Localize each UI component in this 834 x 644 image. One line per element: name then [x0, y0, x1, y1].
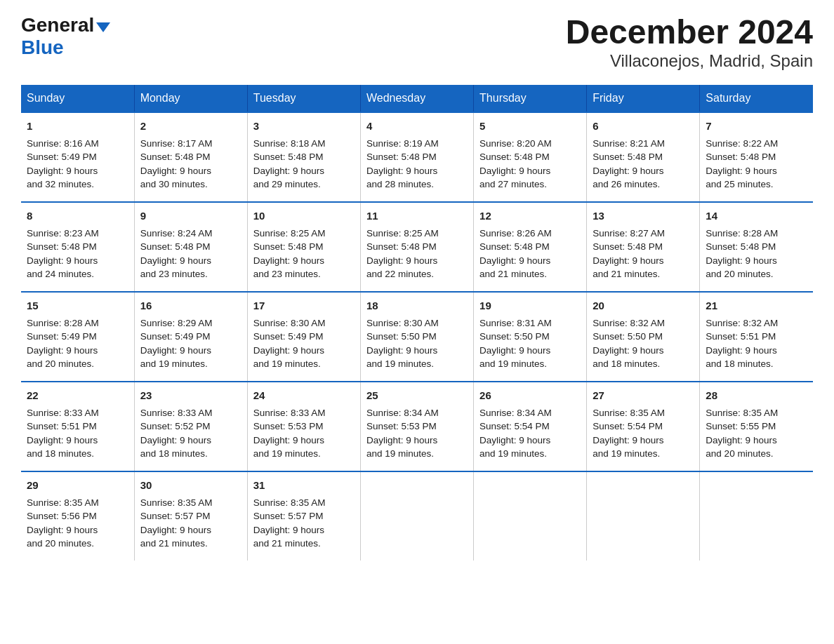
day-number: 21 — [706, 298, 807, 314]
calendar-cell: 9Sunrise: 8:24 AMSunset: 5:48 PMDaylight… — [134, 202, 247, 292]
header-saturday: Saturday — [700, 85, 813, 112]
calendar-cell: 30Sunrise: 8:35 AMSunset: 5:57 PMDayligh… — [134, 471, 247, 561]
calendar-cell: 27Sunrise: 8:35 AMSunset: 5:54 PMDayligh… — [587, 382, 700, 471]
calendar-cell: 24Sunrise: 8:33 AMSunset: 5:53 PMDayligh… — [247, 382, 360, 471]
header-friday: Friday — [587, 85, 700, 112]
calendar-cell: 12Sunrise: 8:26 AMSunset: 5:48 PMDayligh… — [474, 202, 587, 292]
day-number: 20 — [593, 298, 694, 314]
calendar-table: SundayMondayTuesdayWednesdayThursdayFrid… — [21, 85, 813, 561]
calendar-cell — [587, 471, 700, 561]
calendar-cell: 26Sunrise: 8:34 AMSunset: 5:54 PMDayligh… — [474, 382, 587, 471]
day-number: 9 — [140, 208, 241, 224]
calendar-cell: 8Sunrise: 8:23 AMSunset: 5:48 PMDaylight… — [21, 202, 134, 292]
day-number: 27 — [593, 388, 694, 403]
calendar-cell: 16Sunrise: 8:29 AMSunset: 5:49 PMDayligh… — [134, 292, 247, 382]
day-number: 17 — [253, 298, 355, 314]
calendar-cell: 29Sunrise: 8:35 AMSunset: 5:56 PMDayligh… — [21, 471, 134, 561]
day-number: 11 — [366, 208, 468, 224]
day-number: 19 — [479, 298, 581, 314]
calendar-cell: 25Sunrise: 8:34 AMSunset: 5:53 PMDayligh… — [360, 382, 473, 471]
header-monday: Monday — [134, 85, 247, 112]
calendar-week-1: 1Sunrise: 8:16 AMSunset: 5:49 PMDaylight… — [21, 112, 813, 202]
calendar-cell: 2Sunrise: 8:17 AMSunset: 5:48 PMDaylight… — [134, 112, 247, 202]
day-number: 4 — [366, 119, 468, 134]
calendar-subtitle: Villaconejos, Madrid, Spain — [566, 51, 813, 71]
calendar-cell: 10Sunrise: 8:25 AMSunset: 5:48 PMDayligh… — [247, 202, 360, 292]
day-number: 15 — [27, 298, 128, 314]
calendar-cell: 3Sunrise: 8:18 AMSunset: 5:48 PMDaylight… — [247, 112, 360, 202]
logo-arrow-icon — [96, 22, 110, 32]
day-number: 13 — [593, 208, 694, 224]
calendar-cell — [360, 471, 473, 561]
calendar-cell: 14Sunrise: 8:28 AMSunset: 5:48 PMDayligh… — [700, 202, 813, 292]
calendar-cell: 20Sunrise: 8:32 AMSunset: 5:50 PMDayligh… — [587, 292, 700, 382]
day-number: 22 — [27, 388, 128, 403]
calendar-cell — [474, 471, 587, 561]
header-sunday: Sunday — [21, 85, 134, 112]
calendar-cell: 15Sunrise: 8:28 AMSunset: 5:49 PMDayligh… — [21, 292, 134, 382]
day-number: 2 — [140, 119, 241, 134]
day-number: 24 — [253, 388, 355, 403]
day-number: 3 — [253, 119, 355, 134]
day-number: 5 — [479, 119, 581, 134]
header-wednesday: Wednesday — [360, 85, 473, 112]
day-number: 23 — [140, 388, 241, 403]
logo-blue-text: Blue — [21, 36, 110, 59]
day-number: 7 — [706, 119, 807, 134]
calendar-cell: 1Sunrise: 8:16 AMSunset: 5:49 PMDaylight… — [21, 112, 134, 202]
day-number: 16 — [140, 298, 241, 314]
day-number: 1 — [27, 119, 128, 134]
calendar-cell: 4Sunrise: 8:19 AMSunset: 5:48 PMDaylight… — [360, 112, 473, 202]
calendar-week-5: 29Sunrise: 8:35 AMSunset: 5:56 PMDayligh… — [21, 471, 813, 561]
calendar-cell: 5Sunrise: 8:20 AMSunset: 5:48 PMDaylight… — [474, 112, 587, 202]
day-number: 8 — [27, 208, 128, 224]
day-number: 6 — [593, 119, 694, 134]
header-tuesday: Tuesday — [247, 85, 360, 112]
calendar-cell: 22Sunrise: 8:33 AMSunset: 5:51 PMDayligh… — [21, 382, 134, 471]
calendar-cell: 17Sunrise: 8:30 AMSunset: 5:49 PMDayligh… — [247, 292, 360, 382]
calendar-title-block: December 2024 Villaconejos, Madrid, Spai… — [566, 14, 813, 71]
day-number: 12 — [479, 208, 581, 224]
header-thursday: Thursday — [474, 85, 587, 112]
calendar-cell: 13Sunrise: 8:27 AMSunset: 5:48 PMDayligh… — [587, 202, 700, 292]
calendar-cell: 7Sunrise: 8:22 AMSunset: 5:48 PMDaylight… — [700, 112, 813, 202]
logo: General Blue — [21, 14, 110, 59]
calendar-cell: 23Sunrise: 8:33 AMSunset: 5:52 PMDayligh… — [134, 382, 247, 471]
day-number: 18 — [366, 298, 468, 314]
day-number: 31 — [253, 478, 355, 493]
calendar-cell: 21Sunrise: 8:32 AMSunset: 5:51 PMDayligh… — [700, 292, 813, 382]
day-number: 26 — [479, 388, 581, 403]
calendar-week-2: 8Sunrise: 8:23 AMSunset: 5:48 PMDaylight… — [21, 202, 813, 292]
day-number: 28 — [706, 388, 807, 403]
day-number: 25 — [366, 388, 468, 403]
logo-general-text: General — [21, 14, 94, 36]
day-number: 14 — [706, 208, 807, 224]
calendar-cell: 28Sunrise: 8:35 AMSunset: 5:55 PMDayligh… — [700, 382, 813, 471]
calendar-cell: 6Sunrise: 8:21 AMSunset: 5:48 PMDaylight… — [587, 112, 700, 202]
calendar-week-3: 15Sunrise: 8:28 AMSunset: 5:49 PMDayligh… — [21, 292, 813, 382]
calendar-cell — [700, 471, 813, 561]
day-number: 10 — [253, 208, 355, 224]
calendar-week-4: 22Sunrise: 8:33 AMSunset: 5:51 PMDayligh… — [21, 382, 813, 471]
calendar-cell: 11Sunrise: 8:25 AMSunset: 5:48 PMDayligh… — [360, 202, 473, 292]
calendar-cell: 19Sunrise: 8:31 AMSunset: 5:50 PMDayligh… — [474, 292, 587, 382]
calendar-cell: 18Sunrise: 8:30 AMSunset: 5:50 PMDayligh… — [360, 292, 473, 382]
day-number: 30 — [140, 478, 241, 493]
calendar-cell: 31Sunrise: 8:35 AMSunset: 5:57 PMDayligh… — [247, 471, 360, 561]
calendar-title: December 2024 — [566, 14, 813, 51]
calendar-header-row: SundayMondayTuesdayWednesdayThursdayFrid… — [21, 85, 813, 112]
page-header: General Blue December 2024 Villaconejos,… — [21, 14, 813, 71]
day-number: 29 — [27, 478, 128, 493]
